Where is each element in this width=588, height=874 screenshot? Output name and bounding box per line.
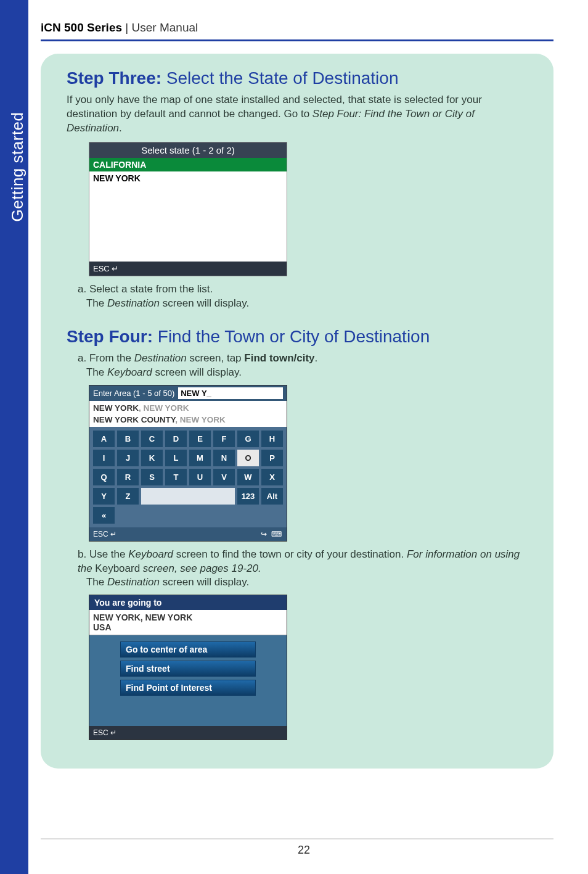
side-label: Getting started — [8, 111, 27, 222]
key-n[interactable]: N — [213, 450, 235, 466]
kb-footer: ESC ↵ ↪ ⌨ — [89, 527, 287, 541]
state-row-newyork[interactable]: NEW YORK — [89, 171, 287, 185]
key-i[interactable]: I — [93, 450, 115, 466]
step4-substep-a: a. From the Destination screen, tap Find… — [78, 352, 531, 380]
kb-esc[interactable]: ESC ↵ — [93, 530, 116, 538]
kb-grid: A B C D E F G H I J K L M N O P Q R S T — [89, 427, 287, 527]
key-s[interactable]: S — [141, 469, 163, 485]
key-k[interactable]: K — [141, 450, 163, 466]
btn-find-street[interactable]: Find street — [120, 661, 256, 677]
select-state-screen: Select state (1 - 2 of 2) CALIFORNIA NEW… — [89, 142, 287, 276]
key-d[interactable]: D — [165, 431, 187, 447]
key-g[interactable]: G — [237, 431, 259, 447]
key-e[interactable]: E — [189, 431, 211, 447]
dest-esc[interactable]: ESC — [93, 728, 116, 737]
dest-location: NEW YORK, NEW YORK USA — [89, 610, 287, 635]
state-list: CALIFORNIA NEW YORK — [89, 158, 287, 262]
state-row-california[interactable]: CALIFORNIA — [89, 158, 287, 171]
kb-input[interactable]: NEW Y_ — [178, 387, 283, 399]
product-name: iCN 500 Series — [41, 21, 122, 34]
dest-footer: ESC — [89, 726, 287, 740]
key-y[interactable]: Y — [93, 488, 115, 505]
btn-find-poi[interactable]: Find Point of Interest — [120, 680, 256, 696]
key-o[interactable]: O — [237, 450, 259, 466]
page-header: iCN 500 Series | User Manual — [41, 21, 553, 41]
key-p[interactable]: P — [261, 450, 283, 466]
key-v[interactable]: V — [213, 469, 235, 485]
dest-title: You are going to — [89, 595, 287, 610]
key-t[interactable]: T — [165, 469, 187, 485]
step3-substep-a: a. Select a state from the list. The Des… — [78, 282, 531, 311]
select-state-title: Select state (1 - 2 of 2) — [89, 142, 287, 158]
key-u[interactable]: U — [189, 469, 211, 485]
header-suffix: | User Manual — [122, 21, 198, 34]
kb-result-0[interactable]: NEW YORK, NEW YORK — [93, 402, 283, 414]
key-m[interactable]: M — [189, 450, 211, 466]
page-content: iCN 500 Series | User Manual Step Three:… — [41, 21, 553, 769]
key-r[interactable]: R — [117, 469, 139, 485]
key-j[interactable]: J — [117, 450, 139, 466]
step4-heading: Step Four: Find the Town or City of Dest… — [67, 327, 531, 347]
kb-results: NEW YORK, NEW YORK NEW YORK COUNTY, NEW … — [89, 401, 287, 427]
key-z[interactable]: Z — [117, 488, 139, 505]
side-spine: Getting started — [0, 0, 28, 874]
btn-go-center[interactable]: Go to center of area — [120, 641, 256, 658]
kb-title: Enter Area (1 - 5 of 50) — [93, 389, 174, 398]
step4-substep-b: b. Use the Keyboard screen to find the t… — [78, 548, 531, 590]
key-l[interactable]: L — [165, 450, 187, 466]
key-123[interactable]: 123 — [237, 488, 259, 505]
key-b[interactable]: B — [117, 431, 139, 447]
key-h[interactable]: H — [261, 431, 283, 447]
kb-result-1[interactable]: NEW YORK COUNTY, NEW YORK — [93, 414, 283, 426]
key-x[interactable]: X — [261, 469, 283, 485]
key-q[interactable]: Q — [93, 469, 115, 485]
key-a[interactable]: A — [93, 431, 115, 447]
step3-heading: Step Three: Select the State of Destinat… — [67, 68, 531, 88]
state-screen-footer: ESC — [89, 262, 287, 276]
kb-mode-icons[interactable]: ↪ ⌨ — [261, 530, 283, 538]
key-alt[interactable]: Alt — [261, 488, 283, 505]
step3-intro: If you only have the map of one state in… — [67, 93, 531, 136]
page-number: 22 — [285, 844, 322, 857]
footer-rule — [41, 838, 553, 839]
key-w[interactable]: W — [237, 469, 259, 485]
key-f[interactable]: F — [213, 431, 235, 447]
keyboard-screen: Enter Area (1 - 5 of 50) NEW Y_ NEW YORK… — [89, 385, 287, 542]
destination-screen: You are going to NEW YORK, NEW YORK USA … — [89, 595, 287, 740]
esc-button[interactable]: ESC — [93, 264, 118, 273]
key-back[interactable]: « — [93, 507, 115, 524]
dest-body: Go to center of area Find street Find Po… — [89, 635, 287, 726]
key-c[interactable]: C — [141, 431, 163, 447]
key-space[interactable] — [141, 488, 235, 505]
kb-top: Enter Area (1 - 5 of 50) NEW Y_ — [89, 385, 287, 401]
content-card: Step Three: Select the State of Destinat… — [41, 54, 553, 769]
